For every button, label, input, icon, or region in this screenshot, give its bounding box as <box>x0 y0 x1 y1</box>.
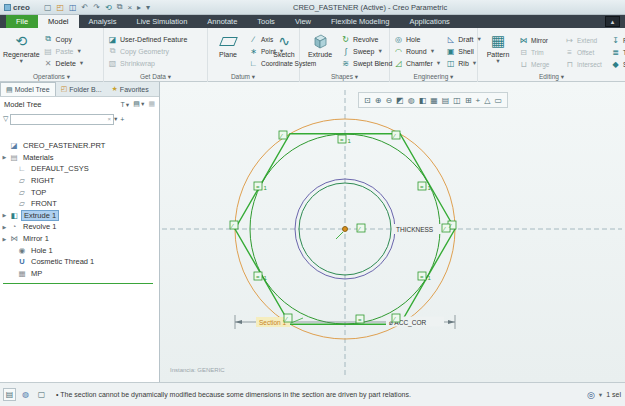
browser-globe-icon[interactable]: ◍ <box>19 388 32 401</box>
tab-flexible-modeling[interactable]: Flexible Modeling <box>321 15 399 28</box>
thickness-label[interactable]: THICKNESS <box>396 226 434 233</box>
thickness-dimension[interactable]: THICKNESS <box>394 224 442 234</box>
tree-item-default-csys[interactable]: ∟DEFAULT_CSYS <box>0 163 159 175</box>
tree-item-part[interactable]: ◪CREO_FASTENER.PRT <box>0 140 159 152</box>
new-file-icon[interactable]: ▢ <box>44 3 52 12</box>
tree-columns-icon[interactable]: ▤▼ <box>133 100 145 108</box>
zoom-out-icon[interactable]: ⊖ <box>385 96 392 105</box>
merge-button[interactable]: ⊔Merge <box>518 58 564 70</box>
orientation-mode-icon[interactable]: △ <box>484 96 490 105</box>
shaded-view-icon[interactable]: ◍ <box>408 96 415 105</box>
thicken-button[interactable]: ≣Thicken <box>610 46 625 58</box>
tree-search-input[interactable] <box>10 114 114 125</box>
hole-button[interactable]: ◎Hole <box>393 33 442 45</box>
regenerate-button[interactable]: ⟲ Regenerate ▼ <box>3 30 40 72</box>
add-filter-icon[interactable]: + <box>120 116 124 123</box>
tree-item-front-plane[interactable]: ▱FRONT <box>0 198 159 210</box>
group-label-operations[interactable]: Operations ▾ <box>0 73 103 81</box>
window-fit-icon[interactable]: ▭ <box>494 96 502 105</box>
swept-blend-button[interactable]: ≋Swept Blend <box>340 57 393 69</box>
open-file-icon[interactable]: ◰ <box>56 3 64 12</box>
tree-item-revolve-1[interactable]: ▶◔Revolve 1 <box>0 221 159 233</box>
tab-view[interactable]: View <box>285 15 321 28</box>
group-label-shapes[interactable]: Shapes ▾ <box>300 73 389 81</box>
regenerate-quick-icon[interactable]: ⟲ <box>105 3 112 12</box>
project-button[interactable]: ↧Project <box>610 34 625 46</box>
expand-arrow-icon[interactable]: ▶ <box>0 154 9 160</box>
clear-search-icon[interactable]: × <box>107 116 111 122</box>
group-label-datum[interactable]: Datum ▾ <box>208 73 278 81</box>
tree-item-cosmetic-thread-1[interactable]: UCosmetic Thread 1 <box>0 256 159 268</box>
intersect-button[interactable]: ⊓Intersect <box>564 58 610 70</box>
revolve-button[interactable]: ↻Revolve <box>340 33 393 45</box>
graphics-area[interactable]: ⌀ ACC_COR Section 1 THICKNESS ∕ ∕ ∕ <box>160 82 625 382</box>
close-window-icon[interactable]: × <box>127 3 132 12</box>
expand-arrow-icon[interactable]: ▶ <box>0 236 9 242</box>
tab-tools[interactable]: Tools <box>247 15 285 28</box>
pattern-caret-icon[interactable]: ▼ <box>495 58 500 64</box>
plane-button[interactable]: Plane <box>211 30 245 72</box>
copy-geometry-button[interactable]: ⧉Copy Geometry <box>107 45 188 57</box>
mirror-button[interactable]: ⋈Mirror <box>518 34 564 46</box>
section-label[interactable]: Section 1 <box>259 319 286 326</box>
pattern-button[interactable]: ▦ Pattern ▼ <box>481 30 515 72</box>
saved-orientations-icon[interactable]: ▤ <box>442 96 450 105</box>
extend-button[interactable]: ↦Extend <box>564 34 610 46</box>
redo-icon[interactable]: ↷ <box>93 3 100 12</box>
tree-item-hole-1[interactable]: ◉Hole 1 <box>0 244 159 256</box>
annotation-display-icon[interactable]: ⊞ <box>465 96 472 105</box>
sketch-center-point[interactable] <box>343 227 348 232</box>
round-button[interactable]: ◠Round▼ <box>393 45 442 57</box>
zoom-in-icon[interactable]: ⊕ <box>375 96 382 105</box>
tab-live-simulation[interactable]: Live Simulation <box>126 15 197 28</box>
tab-analysis[interactable]: Analysis <box>79 15 127 28</box>
chamfer-button[interactable]: ◿Chamfer▼ <box>393 57 442 69</box>
sketch-canvas[interactable]: ⌀ ACC_COR Section 1 THICKNESS ∕ ∕ ∕ <box>160 82 625 382</box>
search-caret-icon[interactable]: ▼ <box>113 116 118 122</box>
insert-here-separator[interactable] <box>3 283 153 284</box>
trim-button[interactable]: ⊟Trim <box>518 46 564 58</box>
sweep-button[interactable]: ∫Sweep▼ <box>340 45 393 57</box>
tree-filters-icon[interactable]: T▼ <box>121 101 131 108</box>
tab-file[interactable]: File <box>6 15 38 28</box>
find-caret-icon[interactable]: ▼ <box>598 392 603 398</box>
find-icon[interactable]: ◎ <box>587 390 595 400</box>
tree-item-right-plane[interactable]: ▱RIGHT <box>0 175 159 187</box>
panel-tab-model-tree[interactable]: ▤Model Tree <box>0 82 56 96</box>
toggle-model-tree-icon[interactable]: ▤ <box>3 388 16 401</box>
expand-arrow-icon[interactable]: ▶ <box>0 212 9 218</box>
delete-button[interactable]: ✕Delete▼ <box>43 57 86 69</box>
tree-item-materials[interactable]: ▶▤Materials <box>0 152 159 164</box>
solidify-button[interactable]: ◆Solidify <box>610 58 625 70</box>
refit-icon[interactable]: ⊡ <box>364 96 371 105</box>
window-switch-icon[interactable]: ⧉ <box>117 2 123 12</box>
tree-item-mirror-1[interactable]: ▶⋈Mirror 1 <box>0 233 159 245</box>
shrinkwrap-button[interactable]: ▧Shrinkwrap <box>107 57 188 69</box>
panel-tab-favorites[interactable]: ★Favorites <box>107 82 154 96</box>
tree-options-icon[interactable]: ▦ <box>148 100 155 108</box>
tree-item-extrude-1[interactable]: ▶◧Extrude 1 <box>0 210 159 222</box>
extrude-button[interactable]: Extrude <box>303 30 337 72</box>
regenerate-caret-icon[interactable]: ▼ <box>19 58 24 64</box>
tab-model[interactable]: Model <box>38 15 78 28</box>
display-style-icon[interactable]: ◧ <box>419 96 427 105</box>
more-commands-icon[interactable]: ▾ <box>146 3 150 12</box>
offset-button[interactable]: ≡Offset <box>564 46 610 58</box>
play-icon[interactable]: ▸ <box>137 3 141 12</box>
group-label-get-data[interactable]: Get Data ▾ <box>104 73 207 81</box>
copy-button[interactable]: ⧉Copy <box>43 33 86 45</box>
expand-arrow-icon[interactable]: ▶ <box>0 224 9 230</box>
save-icon[interactable]: ◫ <box>69 3 77 12</box>
user-defined-feature-button[interactable]: ◪User-Defined Feature <box>107 33 188 45</box>
tree-item-top-plane[interactable]: ▱TOP <box>0 186 159 198</box>
sketch-button[interactable]: ∿ Sketch <box>267 30 301 58</box>
group-label-engineering[interactable]: Engineering ▾ <box>390 73 477 81</box>
filter-funnel-icon[interactable]: ▽ <box>3 115 8 123</box>
view-manager-icon[interactable]: ◫ <box>453 96 461 105</box>
minimize-ribbon-icon[interactable]: ▴ <box>605 16 620 27</box>
paste-button[interactable]: ▤Paste▼ <box>43 45 86 57</box>
spin-center-icon[interactable]: + <box>476 96 481 105</box>
tree-item-mp[interactable]: ▦MP <box>0 268 159 280</box>
panel-tab-folder-browser[interactable]: ◰Folder B... <box>56 82 107 96</box>
undo-icon[interactable]: ↶ <box>82 3 89 12</box>
